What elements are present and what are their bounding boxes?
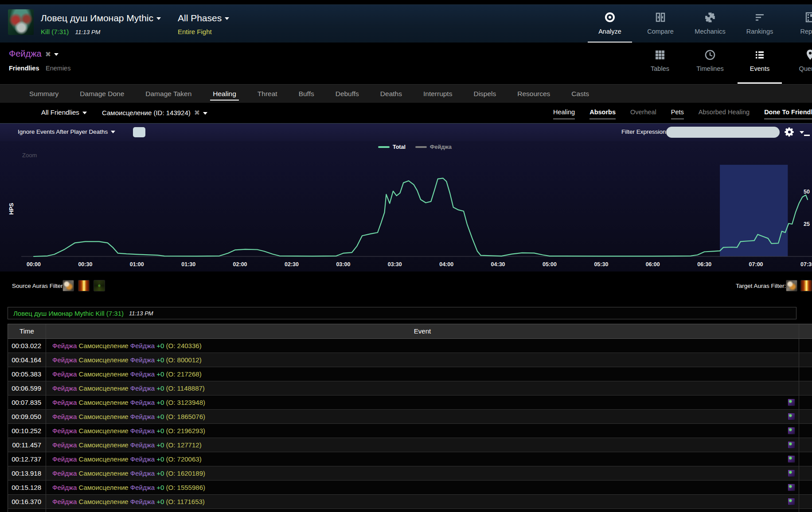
event-ability-name[interactable]: Самоисцеление — [78, 484, 128, 491]
spell-icon[interactable] — [788, 498, 795, 505]
hps-line-chart[interactable]: 00:0000:3001:0001:3002:0002:3003:0003:30… — [0, 124, 812, 272]
spell-icon[interactable] — [788, 469, 795, 477]
event-amount[interactable]: +0 — [156, 413, 164, 420]
event-overheal-amount[interactable]: (O: 720063) — [166, 455, 202, 463]
tab-dispels[interactable]: Dispels — [463, 85, 507, 103]
event-target-name[interactable]: Фейджа — [130, 342, 155, 349]
boss-portrait-icon[interactable] — [8, 9, 34, 35]
event-overheal-amount[interactable]: (O: 2196293) — [166, 427, 205, 434]
event-source-name[interactable]: Фейджа — [52, 427, 77, 434]
nav-analyze[interactable]: Analyze — [585, 5, 635, 43]
tab-deaths[interactable]: Deaths — [370, 85, 413, 103]
swirl-spell-icon[interactable] — [62, 280, 74, 291]
event-source-name[interactable]: Фейджа — [52, 484, 77, 491]
event-target-name[interactable]: Фейджа — [130, 455, 155, 463]
event-source-name[interactable]: Фейджа — [52, 342, 77, 349]
fire-column-icon[interactable] — [800, 280, 812, 291]
toggle-healing[interactable]: Healing — [553, 109, 575, 119]
close-icon[interactable]: ✖ — [194, 109, 200, 116]
tab-damage-taken[interactable]: Damage Taken — [135, 85, 202, 103]
event-target-name[interactable]: Фейджа — [130, 469, 155, 477]
event-overheal-amount[interactable]: (O: 127712) — [166, 441, 202, 449]
event-source-name[interactable]: Фейджа — [52, 399, 77, 406]
event-ability-name[interactable]: Самоисцеление — [78, 427, 128, 434]
event-ability-name[interactable]: Самоисцеление — [78, 356, 128, 364]
event-ability-name[interactable]: Самоисцеление — [78, 370, 128, 378]
spell-icon[interactable] — [788, 484, 795, 491]
toggle-overheal[interactable]: Overheal — [630, 109, 656, 119]
tab-threat[interactable]: Threat — [247, 85, 288, 103]
event-overheal-amount[interactable]: (O: 1148887) — [166, 384, 205, 392]
tab-damage-done[interactable]: Damage Done — [69, 85, 135, 103]
event-overheal-amount[interactable]: (O: 3123948) — [166, 399, 205, 406]
event-ability-name[interactable]: Самоисцеление — [78, 498, 128, 505]
event-overheal-amount[interactable]: (O: 1171653) — [166, 498, 205, 505]
fight-selector[interactable]: Ловец душ Имонар Mythic — [41, 13, 161, 23]
event-ability-name[interactable]: Самоисцеление — [78, 399, 128, 406]
close-icon[interactable]: ✖ — [45, 50, 51, 58]
tab-debuffs[interactable]: Debuffs — [325, 85, 370, 103]
event-target-name[interactable]: Фейджа — [130, 370, 155, 378]
event-amount[interactable]: +0 — [156, 469, 164, 477]
event-target-name[interactable]: Фейджа — [130, 441, 155, 449]
event-ability-name[interactable]: Самоисцеление — [78, 455, 128, 463]
zoom-selection-region[interactable] — [720, 165, 788, 256]
tab-interrupts[interactable]: Interrupts — [413, 85, 463, 103]
view-queries[interactable]: Queries — [785, 43, 812, 84]
tab-buffs[interactable]: Buffs — [288, 85, 325, 103]
event-amount[interactable]: +0 — [156, 455, 164, 463]
toggle-done-to-friendly[interactable]: Done To Friendly — [764, 109, 812, 119]
toggle-absorbs[interactable]: Absorbs — [589, 109, 616, 119]
event-ability-name[interactable]: Самоисцеление — [78, 469, 128, 477]
event-target-name[interactable]: Фейджа — [130, 399, 155, 406]
tab-casts[interactable]: Casts — [561, 85, 600, 103]
tab-healing[interactable]: Healing — [202, 85, 247, 103]
event-source-name[interactable]: Фейджа — [52, 384, 77, 392]
event-amount[interactable]: +0 — [156, 356, 164, 364]
event-overheal-amount[interactable]: (O: 800012) — [166, 356, 202, 364]
swirl-spell-icon[interactable] — [786, 280, 797, 291]
group-enemies[interactable]: Enemies — [46, 65, 70, 72]
event-target-name[interactable]: Фейджа — [130, 498, 155, 505]
view-timelines[interactable]: Timelines — [685, 43, 735, 84]
event-target-name[interactable]: Фейджа — [130, 384, 155, 392]
event-target-name[interactable]: Фейджа — [130, 356, 155, 364]
event-overheal-amount[interactable]: (O: 1555986) — [166, 484, 205, 491]
tab-resources[interactable]: Resources — [507, 85, 561, 103]
toggle-absorbed-healing[interactable]: Absorbed Healing — [699, 109, 750, 119]
event-amount[interactable]: +0 — [156, 441, 164, 449]
event-overheal-amount[interactable]: (O: 1865076) — [166, 413, 205, 420]
event-source-name[interactable]: Фейджа — [52, 370, 77, 378]
event-amount[interactable]: +0 — [156, 384, 164, 392]
event-source-name[interactable]: Фейджа — [52, 498, 77, 505]
event-overheal-amount[interactable]: (O: 1620189) — [166, 469, 205, 477]
view-events[interactable]: Events — [735, 43, 785, 84]
spell-icon[interactable] — [788, 441, 795, 449]
event-target-name[interactable]: Фейджа — [130, 427, 155, 434]
green-rune-icon[interactable] — [94, 280, 105, 291]
event-amount[interactable]: +0 — [156, 370, 164, 378]
spell-icon[interactable] — [788, 427, 795, 434]
event-overheal-amount[interactable]: (O: 217268) — [166, 370, 202, 378]
selected-source[interactable]: Фейджа✖ — [9, 49, 59, 59]
phase-selector[interactable]: All Phases — [178, 13, 229, 23]
event-source-name[interactable]: Фейджа — [52, 455, 77, 463]
event-ability-name[interactable]: Самоисцеление — [78, 413, 128, 420]
event-ability-name[interactable]: Самоисцеление — [78, 342, 128, 349]
fire-column-icon[interactable] — [78, 280, 90, 291]
event-target-name[interactable]: Фейджа — [130, 484, 155, 491]
event-amount[interactable]: +0 — [156, 498, 164, 505]
event-overheal-amount[interactable]: (O: 240336) — [166, 342, 202, 349]
event-amount[interactable]: +0 — [156, 399, 164, 406]
event-source-name[interactable]: Фейджа — [52, 413, 77, 420]
event-source-name[interactable]: Фейджа — [52, 356, 77, 364]
view-tables[interactable]: Tables — [635, 43, 685, 84]
nav-compare[interactable]: Compare — [636, 5, 685, 43]
spell-icon[interactable] — [788, 455, 795, 463]
spell-icon[interactable] — [788, 399, 795, 406]
event-amount[interactable]: +0 — [156, 342, 164, 349]
event-ability-name[interactable]: Самоисцеление — [78, 384, 128, 392]
event-source-name[interactable]: Фейджа — [52, 469, 77, 477]
source-filter-dropdown[interactable]: All Friendlies — [41, 109, 87, 116]
event-amount[interactable]: +0 — [156, 427, 164, 434]
